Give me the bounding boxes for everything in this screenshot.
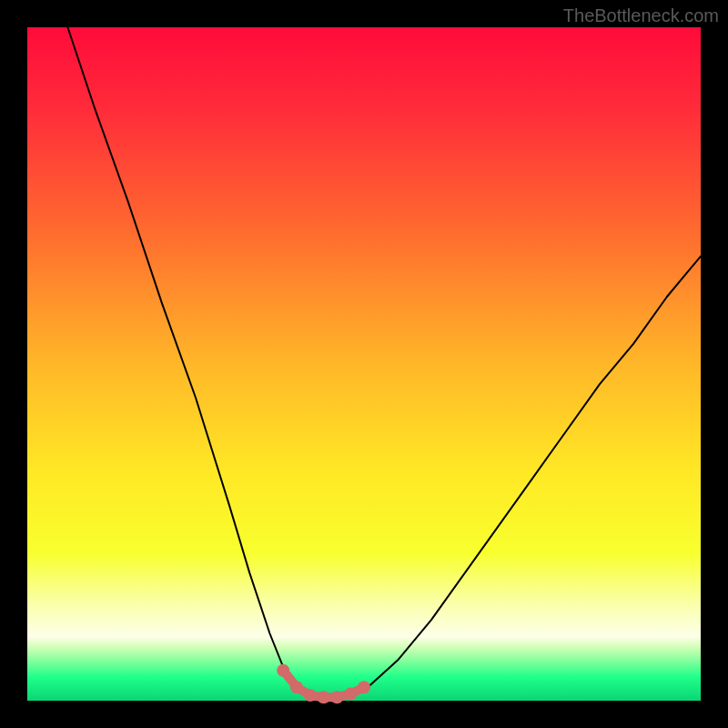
floor-marker [277, 664, 289, 677]
floor-marker [358, 681, 370, 693]
floor-marker [330, 691, 343, 703]
chart-frame: TheBottleneck.com [0, 0, 728, 728]
floor-marker [304, 689, 317, 702]
bottleneck-chart [0, 0, 728, 728]
plot-background [27, 27, 701, 701]
floor-marker [344, 688, 357, 701]
floor-marker [318, 691, 330, 703]
floor-marker [290, 681, 303, 693]
watermark-text: TheBottleneck.com [563, 5, 719, 26]
